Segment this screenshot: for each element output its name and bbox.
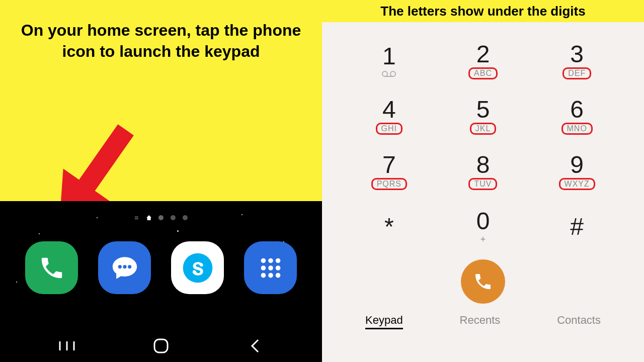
digit-5: 5 xyxy=(476,98,490,122)
left-caption-area: On your home screen, tap the phone icon … xyxy=(0,0,322,201)
svg-point-4 xyxy=(128,264,131,268)
digit-star: * xyxy=(384,215,394,239)
svg-point-6 xyxy=(261,258,266,263)
key-7[interactable]: 7 PQRS xyxy=(342,144,436,199)
nav-back-button[interactable] xyxy=(240,336,270,356)
svg-point-13 xyxy=(268,273,273,278)
page-dot-home-icon xyxy=(146,215,151,220)
svg-point-2 xyxy=(118,264,121,268)
svg-point-10 xyxy=(268,265,273,270)
digit-9: 9 xyxy=(570,153,584,177)
letters-box-7: PQRS xyxy=(371,178,407,190)
dock-row xyxy=(0,241,322,294)
letters-5: JKL xyxy=(475,124,491,133)
digit-2: 2 xyxy=(476,42,490,66)
key-star[interactable]: * xyxy=(342,199,436,254)
svg-point-11 xyxy=(275,265,280,270)
android-nav-bar xyxy=(0,334,322,356)
nav-home-button[interactable] xyxy=(146,336,176,356)
letters-2: ABC xyxy=(474,69,492,77)
key-1[interactable]: 1 xyxy=(342,33,436,88)
letters-3: DEF xyxy=(568,69,586,77)
page-dot-2 xyxy=(158,215,164,220)
right-panel: The letters show under the digits 1 2 AB… xyxy=(322,0,644,362)
skype-app-icon[interactable] xyxy=(171,241,224,294)
left-caption-text: On your home screen, tap the phone icon … xyxy=(15,20,307,62)
digit-1: 1 xyxy=(382,44,396,68)
key-5[interactable]: 5 JKL xyxy=(436,88,530,144)
svg-point-20 xyxy=(390,71,395,76)
tab-keypad[interactable]: Keypad xyxy=(365,314,403,329)
key-0[interactable]: 0 + xyxy=(436,199,530,254)
phone-app-icon[interactable] xyxy=(25,241,78,294)
letters-9: WXYZ xyxy=(565,179,590,188)
svg-point-9 xyxy=(261,265,266,270)
digit-0: 0 xyxy=(476,209,490,233)
keypad-grid: 1 2 ABC 3 DEF 4 GHI 5 JKL xyxy=(342,33,624,254)
right-caption-text: The letters show under the digits xyxy=(380,4,585,19)
home-screen-dock: ≡ xyxy=(0,201,322,362)
apps-drawer-icon[interactable] xyxy=(244,241,297,294)
digit-7: 7 xyxy=(382,153,396,177)
key-9[interactable]: 9 WXYZ xyxy=(530,144,624,199)
digit-4: 4 xyxy=(382,98,396,122)
svg-point-12 xyxy=(261,273,266,278)
key-hash[interactable]: # xyxy=(530,199,624,254)
letters-8: TUV xyxy=(474,179,492,188)
letters-6: MNO xyxy=(567,124,587,133)
page-dot-menu: ≡ xyxy=(134,214,139,222)
plus-sign: + xyxy=(480,234,486,245)
call-button[interactable] xyxy=(461,259,505,304)
svg-point-19 xyxy=(382,71,387,76)
letters-box-3: DEF xyxy=(562,67,591,79)
digit-6: 6 xyxy=(570,98,584,122)
right-caption-area: The letters show under the digits xyxy=(322,0,644,22)
letters-4: GHI xyxy=(381,124,397,133)
key-2[interactable]: 2 ABC xyxy=(436,33,530,88)
page-dot-4 xyxy=(183,215,188,220)
letters-box-9: WXYZ xyxy=(559,178,595,190)
letters-7: PQRS xyxy=(377,179,401,188)
page-dot-3 xyxy=(171,215,176,220)
nav-recents-button[interactable] xyxy=(52,336,82,356)
voicemail-icon xyxy=(382,70,396,77)
tab-recents[interactable]: Recents xyxy=(460,314,501,329)
dialer-keypad: 1 2 ABC 3 DEF 4 GHI 5 JKL xyxy=(322,22,644,362)
letters-box-4: GHI xyxy=(376,123,403,135)
svg-point-8 xyxy=(275,258,280,263)
left-panel: On your home screen, tap the phone icon … xyxy=(0,0,322,362)
key-6[interactable]: 6 MNO xyxy=(530,88,624,144)
digit-8: 8 xyxy=(476,153,490,177)
letters-box-2: ABC xyxy=(468,67,498,79)
svg-point-7 xyxy=(268,258,273,263)
digit-hash: # xyxy=(570,215,584,239)
svg-point-14 xyxy=(275,273,280,278)
dialer-tabs: Keypad Recents Contacts xyxy=(342,312,624,338)
messages-app-icon[interactable] xyxy=(98,241,151,294)
digit-3: 3 xyxy=(570,42,584,66)
tab-contacts[interactable]: Contacts xyxy=(557,314,601,329)
key-8[interactable]: 8 TUV xyxy=(436,144,530,199)
svg-point-3 xyxy=(123,264,126,268)
letters-box-5: JKL xyxy=(470,123,497,135)
call-button-row xyxy=(342,254,624,312)
key-3[interactable]: 3 DEF xyxy=(530,33,624,88)
svg-rect-18 xyxy=(154,339,168,352)
letters-box-8: TUV xyxy=(468,178,497,190)
page-indicators: ≡ xyxy=(134,214,188,222)
letters-box-6: MNO xyxy=(561,123,593,135)
key-4[interactable]: 4 GHI xyxy=(342,88,436,144)
